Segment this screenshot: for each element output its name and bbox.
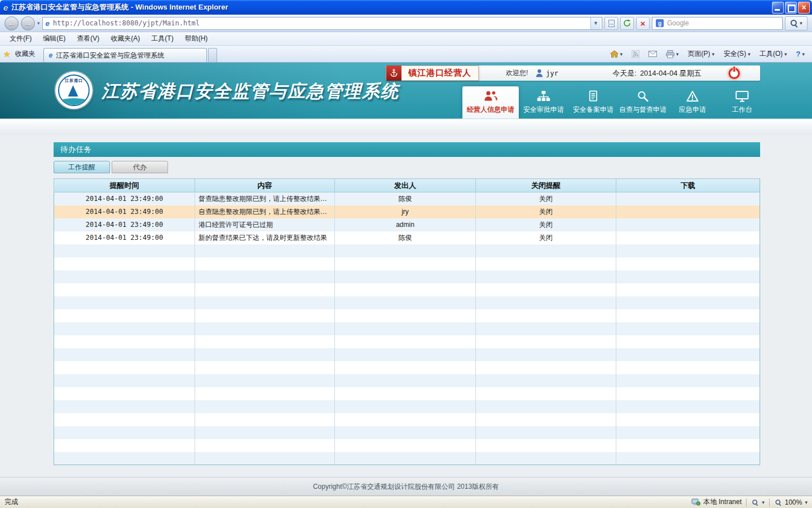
status-bar: 完成 本地 Intranet ▾ 100% ▾ (0, 496, 812, 508)
help-dropdown-icon: ▾ (802, 51, 805, 57)
favorites-button[interactable]: 收藏夹 (13, 48, 38, 60)
empty-row (54, 244, 760, 257)
nav-workbench[interactable]: 工作台 (717, 86, 767, 119)
col-sender: 发出人 (335, 179, 476, 192)
refresh-button[interactable] (620, 17, 634, 30)
safety-menu-label: 安全(S) (723, 49, 746, 59)
safety-menu-button[interactable]: 安全(S) ▾ (722, 48, 752, 60)
search-dropdown-icon: ▾ (800, 20, 802, 26)
empty-row (54, 257, 760, 270)
home-button[interactable]: ▾ (608, 49, 625, 59)
tools-menu-label: 工具(O) (760, 49, 783, 59)
status-text: 完成 (5, 497, 687, 507)
protected-mode-button[interactable]: ▾ (751, 498, 765, 506)
nav-safety-approval[interactable]: 安全审批申请 (519, 86, 568, 119)
user-avatar-icon (536, 69, 543, 77)
intranet-icon (691, 498, 700, 506)
zoom-icon (775, 499, 781, 505)
search-input[interactable]: g Google (652, 17, 783, 30)
username: jyr (546, 69, 558, 77)
empty-row (54, 361, 760, 374)
tools-menu-button[interactable]: 工具(O) ▾ (758, 48, 789, 60)
search-icon (790, 19, 798, 27)
col-time: 提醒时间 (54, 179, 195, 192)
nav-label: 工作台 (732, 105, 752, 115)
col-content: 内容 (195, 179, 335, 192)
separator (769, 498, 770, 506)
nav-operator-info[interactable]: 经营人信息申请 (462, 86, 519, 119)
search-go-button[interactable]: ▾ (785, 16, 807, 30)
todo-table: 提醒时间 内容 发出人 关闭提醒 下载 2014-04-01 23:49:00 … (54, 178, 760, 465)
compatibility-view-button[interactable] (604, 17, 618, 30)
feeds-button[interactable] (630, 49, 641, 59)
welcome-label: 欢迎您! (506, 68, 528, 78)
cell-download (616, 205, 760, 218)
nav-label: 安全备案申请 (573, 105, 614, 115)
cell-download (616, 231, 760, 244)
ie-window: e 江苏省港口安全监管与应急管理系统 - Windows Internet Ex… (0, 0, 812, 508)
page-menu-label: 页面(P) (688, 49, 710, 59)
wave-icon (58, 98, 90, 106)
menu-tools[interactable]: 工具(T) (146, 32, 178, 45)
command-bar: ▾ ▾ 页面(P) ▾ 安全(S) ▾ 工具(O) ▾ (608, 46, 809, 62)
stop-button[interactable]: × (636, 17, 650, 30)
document-icon (588, 90, 599, 102)
todo-table-body: 2014-04-01 23:49:00 督查隐患整改期限已到，请上传整改结果… … (54, 192, 760, 465)
print-button[interactable]: ▾ (664, 49, 681, 59)
page-dropdown-icon: ▾ (712, 51, 715, 57)
close-reminder-link[interactable]: 关闭 (539, 195, 553, 203)
page-menu-button[interactable]: 页面(P) ▾ (686, 48, 717, 60)
favorites-star-icon[interactable]: ★ (3, 50, 11, 59)
read-mail-button[interactable] (647, 50, 659, 58)
nav-emergency[interactable]: 应急申请 (668, 86, 717, 119)
cell-sender: 陈俊 (335, 192, 476, 205)
address-dropdown-icon[interactable]: ▼ (590, 17, 601, 29)
print-dropdown-icon: ▾ (676, 51, 679, 57)
security-zone: 本地 Intranet (691, 497, 742, 507)
browser-tab[interactable]: e 江苏省港口安全监管与应急管理系统 (43, 48, 207, 62)
maximize-button[interactable] (785, 2, 797, 14)
tab-work-reminder[interactable]: 工作提醒 (54, 161, 110, 173)
empty-row (54, 322, 760, 335)
broken-page-icon (608, 20, 615, 27)
url-text: http://localhost:8080/yjpt/Main.html (53, 19, 587, 27)
close-button[interactable]: × (798, 2, 810, 14)
role-badge[interactable]: 镇江港口经营人 (386, 65, 479, 81)
empty-row (54, 387, 760, 400)
tab-todo[interactable]: 代办 (112, 161, 168, 173)
menu-help[interactable]: 帮助(H) (180, 32, 213, 45)
table-row: 2014-04-01 23:49:00 督查隐患整改期限已到，请上传整改结果… … (54, 192, 760, 205)
nav-safety-filing[interactable]: 安全备案申请 (568, 86, 618, 119)
task-tabs: 工作提醒 代办 (54, 161, 760, 173)
current-date: 今天是:2014-04-04 星期五 (612, 68, 701, 78)
nav-self-inspection[interactable]: 自查与督查申请 (618, 86, 668, 119)
help-button[interactable]: ? ▾ (795, 49, 806, 59)
menu-view[interactable]: 查看(V) (72, 32, 104, 45)
empty-row (54, 296, 760, 309)
menu-file[interactable]: 文件(F) (5, 32, 37, 45)
close-reminder-link[interactable]: 关闭 (539, 234, 553, 242)
menu-edit[interactable]: 编辑(E) (38, 32, 70, 45)
magnifier-small-icon (752, 499, 758, 505)
minimize-button[interactable] (772, 2, 784, 14)
forward-button[interactable]: → (21, 16, 35, 30)
zoom-control[interactable]: 100% ▾ (774, 498, 807, 506)
nav-label: 自查与督查申请 (619, 105, 667, 115)
logout-power-button[interactable] (729, 68, 740, 79)
address-input[interactable]: e http://localhost:8080/yjpt/Main.html ▼ (42, 17, 602, 30)
nav-label: 安全审批申请 (523, 105, 564, 115)
role-badge-label: 镇江港口经营人 (401, 68, 478, 78)
date-label: 今天是: (612, 69, 637, 77)
favorites-group: ★ 收藏夹 (3, 46, 38, 62)
close-reminder-link[interactable]: 关闭 (539, 221, 553, 229)
nav-label: 经营人信息申请 (467, 105, 514, 115)
magnifier-icon (637, 90, 649, 102)
new-tab-button[interactable] (208, 48, 217, 62)
mail-icon (648, 51, 657, 57)
menu-favorites[interactable]: 收藏夹(A) (105, 32, 145, 45)
history-dropdown-icon[interactable]: ▾ (37, 20, 40, 26)
back-button[interactable]: ← (5, 16, 19, 30)
people-icon (483, 90, 498, 102)
close-reminder-link[interactable]: 关闭 (539, 208, 553, 216)
empty-row (54, 335, 760, 348)
